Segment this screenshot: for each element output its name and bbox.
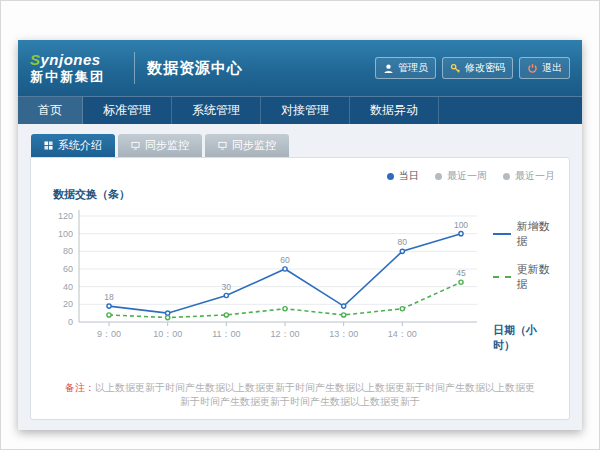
legend-item-today[interactable]: 当日 bbox=[387, 169, 419, 183]
legend-label: 当日 bbox=[399, 169, 419, 183]
svg-text:12：00: 12：00 bbox=[270, 329, 299, 339]
svg-text:100: 100 bbox=[58, 229, 73, 239]
grid-icon bbox=[44, 140, 53, 152]
x-axis-title: 日期（小时） bbox=[493, 323, 555, 353]
svg-text:10：00: 10：00 bbox=[153, 329, 182, 339]
legend-label: 最近一周 bbox=[447, 169, 487, 183]
nav-item-data-change[interactable]: 数据异动 bbox=[350, 97, 439, 124]
svg-text:9：00: 9：00 bbox=[97, 329, 121, 339]
series-legend: 新增数据 更新数据 日期（小时） bbox=[485, 204, 555, 367]
period-legend: 当日 最近一周 最近一月 bbox=[45, 168, 555, 184]
footnote: 备注：以上数据更新于时间产生数据以上数据更新于时间产生数据以上数据更新于时间产生… bbox=[45, 381, 555, 409]
tab-system-intro[interactable]: 系统介绍 bbox=[31, 134, 115, 157]
header-divider bbox=[134, 52, 135, 84]
svg-text:30: 30 bbox=[222, 282, 232, 292]
legend-item-last-week[interactable]: 最近一周 bbox=[435, 169, 487, 183]
legend-dot-today bbox=[387, 173, 394, 180]
tab-sync-monitor-1[interactable]: 同步监控 bbox=[118, 134, 202, 157]
chart-row: 0204060801001209：0010：0011：0012：0013：001… bbox=[45, 204, 555, 367]
svg-text:40: 40 bbox=[63, 282, 73, 292]
series-legend-new-data[interactable]: 新增数据 bbox=[493, 219, 555, 249]
svg-text:14：00: 14：00 bbox=[388, 329, 417, 339]
tab-bar: 系统介绍 同步监控 同步监控 bbox=[31, 134, 570, 157]
monitor-icon bbox=[131, 140, 140, 152]
series-legend-update-data[interactable]: 更新数据 bbox=[493, 262, 555, 292]
legend-item-last-month[interactable]: 最近一月 bbox=[503, 169, 555, 183]
brand-company: 新中新集团 bbox=[30, 70, 122, 84]
svg-text:120: 120 bbox=[58, 211, 73, 221]
nav-item-standard-mgmt[interactable]: 标准管理 bbox=[83, 97, 172, 124]
svg-text:18: 18 bbox=[104, 292, 114, 302]
blue-line-sample bbox=[493, 233, 511, 235]
user-icon bbox=[383, 63, 394, 74]
legend-dot-last-week bbox=[435, 173, 442, 180]
content-area: 系统介绍 同步监控 同步监控 当日 bbox=[18, 124, 582, 430]
monitor-icon bbox=[218, 140, 227, 152]
page-title: 数据资源中心 bbox=[147, 59, 243, 78]
svg-text:80: 80 bbox=[398, 237, 408, 247]
app-header: Synjones 新中新集团 数据资源中心 管理员 修改密码 bbox=[18, 40, 582, 96]
key-icon bbox=[450, 63, 461, 74]
series-label: 更新数据 bbox=[517, 262, 556, 292]
logout-label: 退出 bbox=[542, 61, 562, 75]
svg-text:60: 60 bbox=[280, 255, 290, 265]
app-window: Synjones 新中新集团 数据资源中心 管理员 修改密码 bbox=[18, 40, 582, 430]
tab-sync-monitor-2[interactable]: 同步监控 bbox=[205, 134, 289, 157]
svg-text:11：00: 11：00 bbox=[212, 329, 240, 339]
tab-label: 系统介绍 bbox=[58, 138, 102, 153]
tab-label: 同步监控 bbox=[145, 138, 189, 153]
svg-text:60: 60 bbox=[63, 264, 73, 274]
nav-item-integration-mgmt[interactable]: 对接管理 bbox=[261, 97, 350, 124]
legend-label: 最近一月 bbox=[515, 169, 555, 183]
main-nav: 首页 标准管理 系统管理 对接管理 数据异动 bbox=[18, 96, 582, 124]
svg-text:13：00: 13：00 bbox=[329, 329, 358, 339]
svg-text:100: 100 bbox=[454, 220, 468, 230]
svg-text:20: 20 bbox=[63, 299, 73, 309]
footnote-label: 备注： bbox=[65, 382, 95, 393]
brand-name: Synjones bbox=[30, 52, 122, 68]
header-actions: 管理员 修改密码 退出 bbox=[375, 57, 570, 79]
nav-item-system-mgmt[interactable]: 系统管理 bbox=[172, 97, 261, 124]
svg-text:0: 0 bbox=[68, 317, 73, 327]
change-password-button[interactable]: 修改密码 bbox=[442, 57, 513, 79]
change-password-label: 修改密码 bbox=[465, 61, 505, 75]
brand-logo: Synjones 新中新集团 bbox=[30, 52, 122, 83]
chart-card: 当日 最近一周 最近一月 数据交换（条） 0204060801001209：00… bbox=[30, 157, 570, 420]
line-chart: 0204060801001209：0010：0011：0012：0013：001… bbox=[45, 204, 485, 354]
svg-text:45: 45 bbox=[456, 268, 466, 278]
nav-item-home[interactable]: 首页 bbox=[18, 97, 83, 124]
admin-button[interactable]: 管理员 bbox=[375, 57, 436, 79]
green-dashed-line-sample bbox=[493, 276, 511, 278]
admin-button-label: 管理员 bbox=[398, 61, 428, 75]
y-axis-title: 数据交换（条） bbox=[53, 187, 555, 202]
svg-text:80: 80 bbox=[63, 246, 73, 256]
footnote-text: 以上数据更新于时间产生数据以上数据更新于时间产生数据以上数据更新于时间产生数据以… bbox=[95, 382, 535, 407]
series-label: 新增数据 bbox=[517, 219, 556, 249]
logout-icon bbox=[527, 63, 538, 74]
legend-dot-last-month bbox=[503, 173, 510, 180]
tab-label: 同步监控 bbox=[232, 138, 276, 153]
logout-button[interactable]: 退出 bbox=[519, 57, 570, 79]
